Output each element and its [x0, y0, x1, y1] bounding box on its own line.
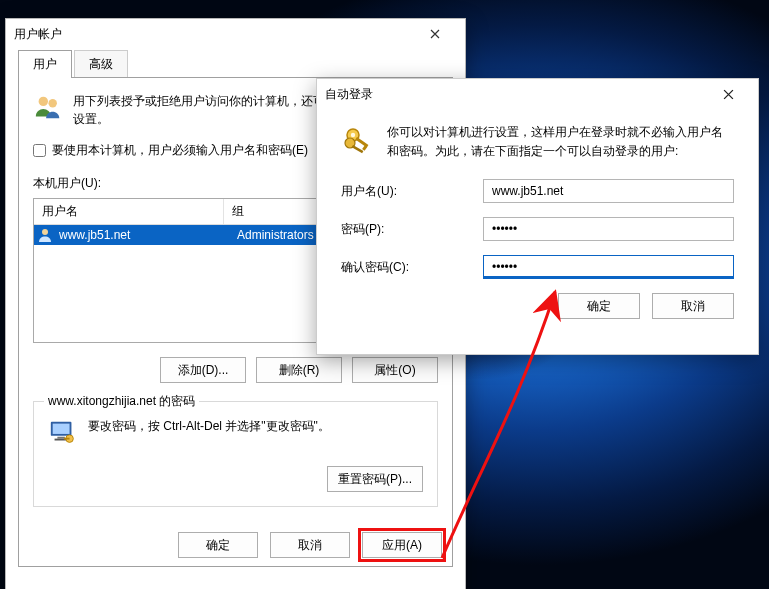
user-icon [37, 227, 53, 243]
password-input[interactable] [483, 217, 734, 241]
username-input[interactable] [483, 179, 734, 203]
password-text: 要改密码，按 Ctrl-Alt-Del 并选择"更改密码"。 [88, 418, 330, 435]
require-password-checkbox[interactable] [33, 144, 46, 157]
password-group: www.xitongzhijia.net 的密码 要改密码，按 Ctrl-Alt… [33, 401, 438, 507]
svg-rect-11 [355, 137, 368, 147]
keys-icon [341, 123, 375, 157]
dialog-cancel-button[interactable]: 取消 [652, 293, 734, 319]
auto-logon-dialog: 自动登录 你可以对计算机进行设置，这样用户在登录时就不必输入用户名和密码。为此，… [316, 78, 759, 355]
dialog-intro-text: 你可以对计算机进行设置，这样用户在登录时就不必输入用户名和密码。为此，请在下面指… [387, 123, 734, 161]
cell-username: www.jb51.net [59, 228, 237, 242]
titlebar[interactable]: 用户帐户 [6, 19, 465, 49]
confirm-password-label: 确认密码(C): [341, 259, 483, 276]
svg-point-2 [42, 229, 48, 235]
dialog-title: 自动登录 [325, 86, 373, 103]
password-group-title: www.xitongzhijia.net 的密码 [44, 393, 199, 410]
confirm-password-input[interactable] [483, 255, 734, 279]
dialog-close-icon[interactable] [706, 80, 750, 108]
monitor-key-icon [48, 418, 78, 448]
properties-button[interactable]: 属性(O) [352, 357, 438, 383]
username-label: 用户名(U): [341, 183, 483, 200]
reset-password-button[interactable]: 重置密码(P)... [327, 466, 423, 492]
col-username[interactable]: 用户名 [34, 199, 224, 224]
password-label: 密码(P): [341, 221, 483, 238]
users-icon [33, 92, 63, 122]
close-icon[interactable] [413, 20, 457, 48]
svg-rect-8 [64, 438, 70, 440]
ok-button[interactable]: 确定 [178, 532, 258, 558]
window-title: 用户帐户 [14, 26, 62, 43]
tab-advanced[interactable]: 高级 [74, 50, 128, 78]
remove-button[interactable]: 删除(R) [256, 357, 342, 383]
svg-rect-5 [57, 437, 65, 439]
tabstrip: 用户 高级 [6, 49, 465, 77]
tab-users[interactable]: 用户 [18, 50, 72, 78]
cancel-button[interactable]: 取消 [270, 532, 350, 558]
require-password-label: 要使用本计算机，用户必须输入用户名和密码(E) [52, 142, 308, 159]
svg-rect-4 [53, 424, 70, 434]
dialog-ok-button[interactable]: 确定 [558, 293, 640, 319]
svg-point-0 [39, 97, 48, 106]
svg-point-1 [48, 99, 56, 107]
add-button[interactable]: 添加(D)... [160, 357, 246, 383]
dialog-titlebar[interactable]: 自动登录 [317, 79, 758, 109]
svg-rect-14 [352, 145, 364, 153]
svg-point-10 [351, 133, 355, 137]
apply-button[interactable]: 应用(A) [362, 532, 442, 558]
